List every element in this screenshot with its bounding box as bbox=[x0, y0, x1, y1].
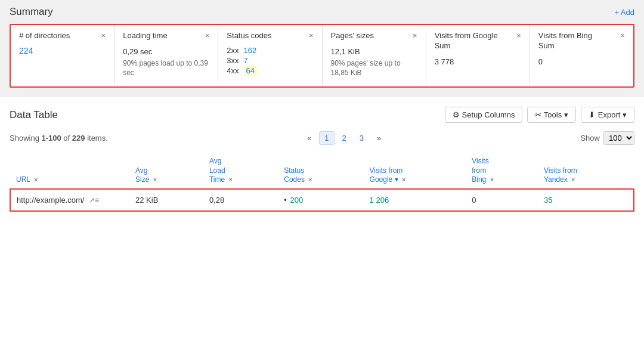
tools-button[interactable]: ✂ Tools ▾ bbox=[527, 107, 575, 123]
row-vb-cell: 0 bbox=[466, 189, 538, 211]
card-pages-sizes: Pages' sizes × 12,1 KiB 90% pages' size … bbox=[323, 25, 426, 86]
show-control: Show 100 50 200 bbox=[580, 131, 634, 145]
show-select[interactable]: 100 50 200 bbox=[603, 131, 634, 145]
export-icon: ⬇ bbox=[589, 110, 595, 119]
row-avg-size-value: 22 KiB bbox=[135, 196, 158, 205]
col-visits-bing: VisitsfromBing × bbox=[466, 153, 538, 189]
status-3xx-row: 3xx 7 bbox=[227, 56, 313, 65]
col-vg-close[interactable]: × bbox=[402, 176, 405, 183]
page-next-button[interactable]: » bbox=[371, 131, 386, 145]
card-loading-main: 0,29 sec bbox=[123, 46, 209, 58]
row-url-value: http://example.com/ bbox=[17, 196, 84, 205]
row-vg-cell: 1 206 bbox=[364, 189, 466, 211]
export-button[interactable]: ⬇ Export ▾ bbox=[581, 107, 634, 123]
status-2xx-row: 2xx 162 bbox=[227, 46, 313, 55]
status-3xx-value[interactable]: 7 bbox=[244, 56, 248, 65]
status-4xx-label: 4xx bbox=[227, 66, 239, 75]
card-status-close[interactable]: × bbox=[309, 31, 314, 40]
col-status-codes: StatusCodes × bbox=[278, 153, 363, 189]
col-visits-yandex: Visits fromYandex × bbox=[538, 153, 634, 189]
col-vg-label: Visits fromGoogle ▾ bbox=[370, 166, 403, 184]
row-status-value: 200 bbox=[290, 196, 303, 205]
row-avg-load-value: 0,28 bbox=[209, 196, 224, 205]
page-prev-button[interactable]: « bbox=[302, 131, 317, 145]
card-vg-value: 3 778 bbox=[435, 56, 521, 69]
card-vg-title: Visits from GoogleSum bbox=[435, 31, 498, 51]
row-url-cell: http://example.com/ ↗≡ bbox=[10, 189, 129, 211]
data-table: URL × AvgSize × AvgLoadTime × StatusCode… bbox=[10, 153, 634, 212]
col-avg-load-close[interactable]: × bbox=[228, 176, 232, 183]
col-status-label: StatusCodes bbox=[284, 166, 305, 184]
page-2-button[interactable]: 2 bbox=[337, 131, 352, 145]
col-url-close[interactable]: × bbox=[34, 176, 38, 183]
table-header-row: URL × AvgSize × AvgLoadTime × StatusCode… bbox=[10, 153, 634, 189]
row-vy-cell: 35 bbox=[538, 189, 634, 211]
status-4xx-row: 4xx 64 bbox=[227, 66, 313, 75]
card-loading-sub: 90% pages load up to 0,39 sec bbox=[123, 58, 209, 79]
card-loading-title: Loading time bbox=[123, 31, 167, 41]
summary-title: Summary bbox=[10, 6, 53, 18]
status-3xx-label: 3xx bbox=[227, 56, 239, 65]
row-avg-load-cell: 0,28 bbox=[203, 189, 278, 211]
setup-columns-button[interactable]: ⚙ Setup Columns bbox=[445, 107, 523, 123]
range-value: 1-100 bbox=[41, 134, 61, 143]
card-vb-value: 0 bbox=[538, 56, 625, 69]
pagination-controls: « 1 2 3 » bbox=[302, 131, 386, 145]
card-sizes-title: Pages' sizes bbox=[331, 31, 374, 41]
card-directories: # of directories × 224 bbox=[11, 25, 114, 86]
card-visits-google: Visits from GoogleSum × 3 778 bbox=[426, 25, 530, 86]
col-avg-size-label: AvgSize bbox=[135, 166, 149, 184]
card-vg-close[interactable]: × bbox=[516, 31, 521, 40]
status-2xx-label: 2xx bbox=[227, 46, 239, 55]
card-status-title: Status codes bbox=[227, 31, 271, 41]
page-1-button[interactable]: 1 bbox=[319, 131, 334, 145]
row-vg-value: 1 206 bbox=[370, 196, 389, 205]
export-label: Export ▾ bbox=[598, 110, 627, 119]
col-status-close[interactable]: × bbox=[308, 176, 312, 183]
pagination-bar: Showing 1-100 of 229 items. « 1 2 3 » Sh… bbox=[10, 131, 634, 145]
card-loading-close[interactable]: × bbox=[205, 31, 210, 40]
col-visits-google: Visits fromGoogle ▾ × bbox=[364, 153, 466, 189]
page-3-button[interactable]: 3 bbox=[354, 131, 369, 145]
col-vb-close[interactable]: × bbox=[490, 176, 494, 183]
col-avg-size-close[interactable]: × bbox=[153, 176, 157, 183]
row-avg-size-cell: 22 KiB bbox=[129, 189, 203, 211]
card-sizes-main: 12,1 KiB bbox=[331, 46, 417, 58]
datatable-title: Data Table bbox=[10, 109, 58, 121]
row-url-icons[interactable]: ↗≡ bbox=[89, 196, 99, 205]
show-label: Show bbox=[580, 134, 600, 143]
col-avg-load-label: AvgLoadTime bbox=[209, 157, 225, 184]
col-vy-close[interactable]: × bbox=[571, 176, 575, 183]
col-avg-load: AvgLoadTime × bbox=[203, 153, 278, 189]
status-4xx-value[interactable]: 64 bbox=[244, 66, 257, 75]
card-sizes-close[interactable]: × bbox=[413, 31, 417, 40]
add-button[interactable]: + Add bbox=[614, 8, 634, 17]
datatable-actions: ⚙ Setup Columns ✂ Tools ▾ ⬇ Export ▾ bbox=[445, 107, 634, 123]
datatable-section: Data Table ⚙ Setup Columns ✂ Tools ▾ ⬇ E… bbox=[0, 97, 644, 212]
col-url: URL × bbox=[10, 153, 129, 189]
row-status-cell: • 200 bbox=[278, 189, 363, 211]
total-value: 229 bbox=[72, 134, 85, 143]
showing-info: Showing 1-100 of 229 items. bbox=[10, 134, 108, 143]
card-directories-title: # of directories bbox=[19, 31, 70, 41]
card-vb-close[interactable]: × bbox=[620, 31, 625, 40]
status-2xx-value[interactable]: 162 bbox=[244, 46, 257, 55]
summary-cards: # of directories × 224 Loading time × 0,… bbox=[10, 24, 634, 88]
card-directories-close[interactable]: × bbox=[101, 31, 106, 40]
col-vb-label: VisitsfromBing bbox=[472, 157, 488, 184]
col-url-label: URL bbox=[16, 175, 30, 184]
summary-section: Summary + Add # of directories × 224 Loa… bbox=[0, 0, 644, 97]
card-directories-value[interactable]: 224 bbox=[19, 46, 33, 55]
card-loading-time: Loading time × 0,29 sec 90% pages load u… bbox=[114, 25, 218, 86]
card-status-codes: Status codes × 2xx 162 3xx 7 4xx 64 bbox=[218, 25, 322, 86]
card-vb-title: Visits from BingSum bbox=[538, 31, 592, 51]
row-vb-value: 0 bbox=[472, 196, 476, 205]
card-visits-bing: Visits from BingSum × 0 bbox=[530, 25, 633, 86]
row-vy-value: 35 bbox=[544, 196, 552, 205]
card-sizes-sub: 90% pages' size up to 18,85 KiB bbox=[331, 58, 417, 79]
table-row: http://example.com/ ↗≡ 22 KiB 0,28 • 200 bbox=[10, 189, 634, 211]
col-avg-size: AvgSize × bbox=[129, 153, 203, 189]
status-dot-icon: • bbox=[284, 196, 287, 205]
